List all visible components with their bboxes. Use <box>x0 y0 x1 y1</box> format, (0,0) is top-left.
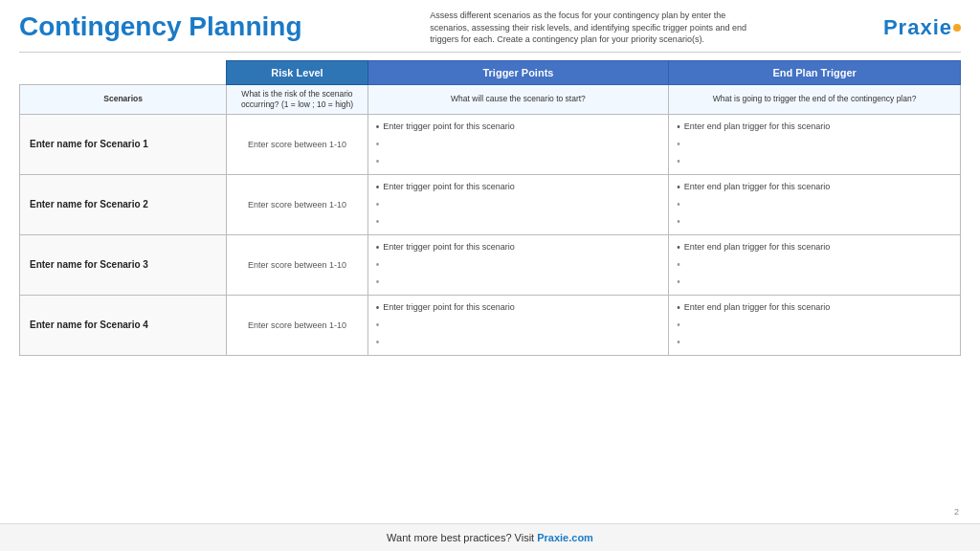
scenarios-label: Scenarios <box>20 84 227 114</box>
logo: Praxie <box>883 15 961 40</box>
end-trigger-2[interactable]: Enter end plan trigger for this scenario <box>669 174 961 234</box>
trigger-point-item-3-2 <box>376 274 661 291</box>
table-row: Enter name for Scenario 4Enter score bet… <box>20 295 961 355</box>
th-end-plan-trigger: End Plan Trigger <box>669 60 961 84</box>
footer: Want more best practices? Visit Praxie.c… <box>0 523 980 551</box>
page: Contingency Planning Assess different sc… <box>0 0 980 551</box>
footer-text: Want more best practices? Visit <box>387 532 537 543</box>
end-trigger-item-2-0: Enter end plan trigger for this scenario <box>677 179 952 196</box>
risk-score-2[interactable]: Enter score between 1-10 <box>227 174 368 234</box>
risk-score-1[interactable]: Enter score between 1-10 <box>227 114 368 174</box>
trigger-point-item-2-1 <box>376 196 661 213</box>
header-description: Assess different scenarios as the focus … <box>430 10 755 46</box>
page-number: 2 <box>954 507 959 517</box>
page-title: Contingency Planning <box>19 12 302 42</box>
trigger-points-3[interactable]: Enter trigger point for this scenario <box>368 234 669 295</box>
table-row: Enter name for Scenario 1Enter score bet… <box>20 114 961 174</box>
trigger-point-item-1-1 <box>376 136 661 153</box>
end-trigger-item-1-0: Enter end plan trigger for this scenario <box>677 119 952 136</box>
end-trigger-item-3-0: Enter end plan trigger for this scenario <box>677 239 952 256</box>
trigger-point-item-4-2 <box>376 334 661 351</box>
end-trigger-4[interactable]: Enter end plan trigger for this scenario <box>669 295 961 355</box>
end-trigger-item-3-1 <box>677 256 952 274</box>
trigger-point-item-1-0: Enter trigger point for this scenario <box>376 119 661 136</box>
trigger-point-item-1-2 <box>376 153 661 170</box>
column-header-row: Risk Level Trigger Points End Plan Trigg… <box>20 60 961 84</box>
end-trigger-1[interactable]: Enter end plan trigger for this scenario <box>669 114 961 174</box>
risk-sub-header: What is the risk of the scenario occurri… <box>227 84 368 114</box>
logo-text: Praxie <box>883 15 952 40</box>
scenario-name-3[interactable]: Enter name for Scenario 3 <box>20 234 227 295</box>
trigger-point-item-3-0: Enter trigger point for this scenario <box>376 239 661 256</box>
trigger-points-4[interactable]: Enter trigger point for this scenario <box>368 295 669 355</box>
end-trigger-item-4-0: Enter end plan trigger for this scenario <box>677 299 952 317</box>
trigger-sub-header: What will cause the scenario to start? <box>368 84 669 114</box>
sub-header-row: Scenarios What is the risk of the scenar… <box>20 84 961 114</box>
end-trigger-item-2-2 <box>677 213 952 231</box>
trigger-points-2[interactable]: Enter trigger point for this scenario <box>368 174 669 234</box>
table-body: Enter name for Scenario 1Enter score bet… <box>20 114 961 355</box>
end-trigger-item-1-2 <box>677 153 952 170</box>
contingency-table: Risk Level Trigger Points End Plan Trigg… <box>19 60 961 356</box>
trigger-point-item-3-1 <box>376 256 661 274</box>
end-trigger-3[interactable]: Enter end plan trigger for this scenario <box>669 234 961 295</box>
end-sub-header: What is going to trigger the end of the … <box>669 84 961 114</box>
end-trigger-item-1-1 <box>677 136 952 153</box>
th-trigger-points: Trigger Points <box>368 60 669 84</box>
end-trigger-item-4-2 <box>677 334 952 351</box>
th-scenario <box>20 60 227 84</box>
main-content: Risk Level Trigger Points End Plan Trigg… <box>0 53 980 523</box>
scenario-name-1[interactable]: Enter name for Scenario 1 <box>20 114 227 174</box>
scenario-name-4[interactable]: Enter name for Scenario 4 <box>20 295 227 355</box>
th-risk-level: Risk Level <box>227 60 368 84</box>
end-trigger-item-4-1 <box>677 317 952 334</box>
end-trigger-item-2-1 <box>677 196 952 213</box>
logo-dot-icon <box>953 24 961 32</box>
risk-score-4[interactable]: Enter score between 1-10 <box>227 295 368 355</box>
trigger-points-1[interactable]: Enter trigger point for this scenario <box>368 114 669 174</box>
scenario-name-2[interactable]: Enter name for Scenario 2 <box>20 174 227 234</box>
trigger-point-item-2-2 <box>376 213 661 231</box>
trigger-point-item-2-0: Enter trigger point for this scenario <box>376 179 661 196</box>
footer-link[interactable]: Praxie.com <box>537 532 593 543</box>
trigger-point-item-4-0: Enter trigger point for this scenario <box>376 299 661 317</box>
risk-score-3[interactable]: Enter score between 1-10 <box>227 234 368 295</box>
header: Contingency Planning Assess different sc… <box>0 0 980 52</box>
table-row: Enter name for Scenario 3Enter score bet… <box>20 234 961 295</box>
trigger-point-item-4-1 <box>376 317 661 334</box>
end-trigger-item-3-2 <box>677 274 952 291</box>
table-row: Enter name for Scenario 2Enter score bet… <box>20 174 961 234</box>
